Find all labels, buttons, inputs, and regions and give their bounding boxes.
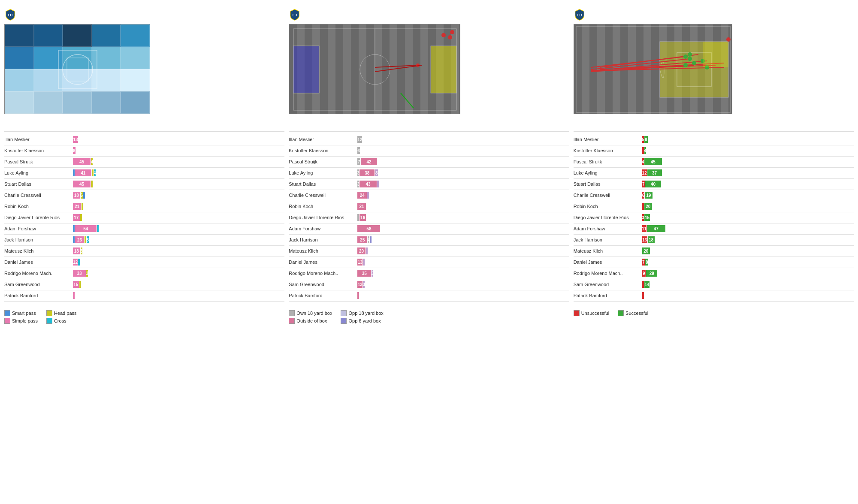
player-name: Kristoffer Klaesson <box>289 148 357 153</box>
svg-rect-11 <box>293 46 319 93</box>
bar-segment: 13 <box>642 236 647 243</box>
bar-segment: 47 <box>647 225 665 232</box>
bar-segment <box>85 236 86 243</box>
table-row: Adam Forshaw58 <box>289 224 569 233</box>
bar-segment: 8 <box>375 169 378 176</box>
pass-type-legend: Smart passHead passSimple passCross <box>4 307 284 324</box>
bar-segment <box>73 225 75 232</box>
player-name: Charlie Cresswell <box>574 193 642 198</box>
legend-color-swatch <box>4 310 10 316</box>
svg-point-36 <box>683 63 688 67</box>
bar-segment: 6 <box>357 147 360 154</box>
bar-segment: 19 <box>645 192 652 199</box>
table-row: Kristoffer Klaesson4 <box>574 146 854 155</box>
bar-group: 24 <box>357 192 569 199</box>
table-row: Robin Koch21 <box>289 202 569 211</box>
table-row: Patrick Bamford <box>4 291 284 300</box>
pass-ending-chart: Illan Meslier12Kristoffer Klaesson6Pasca… <box>289 135 569 302</box>
bar-segment <box>91 181 93 187</box>
bar-group: 15 <box>73 281 284 288</box>
table-row: Stuart Dallas343 <box>289 180 569 188</box>
player-name: Adam Forshaw <box>4 226 73 231</box>
player-name: Rodrigo Moreno Mach.. <box>4 271 73 276</box>
bar-segment: 13 <box>357 259 363 266</box>
bar-group: 740 <box>642 181 854 187</box>
bar-group: 20 <box>642 203 854 210</box>
svg-rect-12 <box>431 46 456 93</box>
bar-segment: 12 <box>73 259 78 266</box>
bar-segment: 3 <box>642 214 644 221</box>
bar-segment: 6 <box>73 147 76 154</box>
player-name: Pascal Struijk <box>4 159 73 164</box>
pass-zones-panel: LU <box>4 9 284 324</box>
bar-segment: 11 <box>642 225 647 232</box>
player-name: Rodrigo Moreno Mach.. <box>289 271 357 276</box>
svg-point-40 <box>683 54 688 59</box>
bar-group: 4 <box>642 147 854 154</box>
bar-segment: 8 <box>644 136 647 143</box>
bar-group: 454 <box>73 158 284 165</box>
legend-item: Outside of box <box>289 318 332 324</box>
legend-label: Unsuccessful <box>581 311 609 316</box>
player-name: Mateusz Klich <box>289 248 357 254</box>
player-name: Luke Ayling <box>4 170 73 175</box>
bar-group: 186 <box>73 192 284 199</box>
bar-segment: 40 <box>645 181 661 187</box>
table-row: Charlie Cresswell186 <box>4 191 284 199</box>
bar-group: 133 <box>357 281 569 288</box>
table-row: Diego Javier Llorente Rios17 <box>4 213 284 222</box>
panel-title-pass-zones: LU <box>4 9 284 21</box>
legend-color-swatch <box>341 310 347 316</box>
bar-segment <box>73 292 75 299</box>
bar-segment <box>370 236 372 243</box>
bar-segment <box>82 203 83 210</box>
player-name: Patrick Bamford <box>289 293 357 298</box>
bar-group: 14 <box>642 281 854 288</box>
legend-label: Cross <box>54 318 66 323</box>
player-name: Stuart Dallas <box>289 181 357 187</box>
bar-segment: 5 <box>642 136 644 143</box>
legend-color-swatch <box>289 318 295 324</box>
bar-segment <box>363 259 365 266</box>
bar-group: 12 <box>357 136 569 143</box>
bar-group: 414 <box>73 169 284 176</box>
player-name: Jack Harrison <box>289 237 357 242</box>
player-name: Mateusz Klich <box>4 248 73 254</box>
bar-segment: 29 <box>646 270 658 277</box>
bar-segment: 3 <box>86 270 88 277</box>
sp-pitch-bg <box>289 24 460 114</box>
bar-segment <box>78 259 80 266</box>
bar-group: 1318 <box>642 236 854 243</box>
bar-group: 45 <box>73 181 284 187</box>
bar-segment: 14 <box>644 281 650 288</box>
bar-segment <box>377 181 379 187</box>
bar-segment: 4 <box>642 158 644 165</box>
player-name: Illan Meslier <box>4 137 73 142</box>
player-name: Mateusz Klich <box>574 248 642 254</box>
legend-color-swatch <box>574 310 580 316</box>
bar-segment: 7 <box>642 181 645 187</box>
player-name: Kristoffer Klaesson <box>4 148 73 153</box>
player-name: Jack Harrison <box>574 237 642 242</box>
bar-segment: 17 <box>73 214 80 221</box>
pass-outcome-legend: UnsuccessfulSuccessful <box>574 307 854 316</box>
bar-segment: 25 <box>357 236 367 243</box>
legend-label: Outside of box <box>296 318 327 323</box>
pass-type-chart: Illan Meslier13Kristoffer Klaesson6Pasca… <box>4 135 284 302</box>
bar-segment: 5 <box>87 236 89 243</box>
player-name: Illan Meslier <box>574 137 642 142</box>
panel-title-smart: LU <box>289 9 569 21</box>
main-container: LU <box>0 0 858 332</box>
bar-segment: 4 <box>368 236 369 243</box>
legend-label: Head pass <box>54 311 77 316</box>
table-row: Illan Meslier12 <box>289 135 569 144</box>
player-name: Robin Koch <box>574 204 642 209</box>
svg-point-17 <box>441 33 446 37</box>
legend-item: Own 18 yard box <box>289 310 332 316</box>
legend-label: Successful <box>625 311 648 316</box>
bar-group: 333 <box>73 270 284 277</box>
legend-color-swatch <box>46 310 52 316</box>
bar-group: 353 <box>357 270 569 277</box>
legend-label: Smart pass <box>12 311 36 316</box>
pass-zones-pitch <box>4 24 284 123</box>
